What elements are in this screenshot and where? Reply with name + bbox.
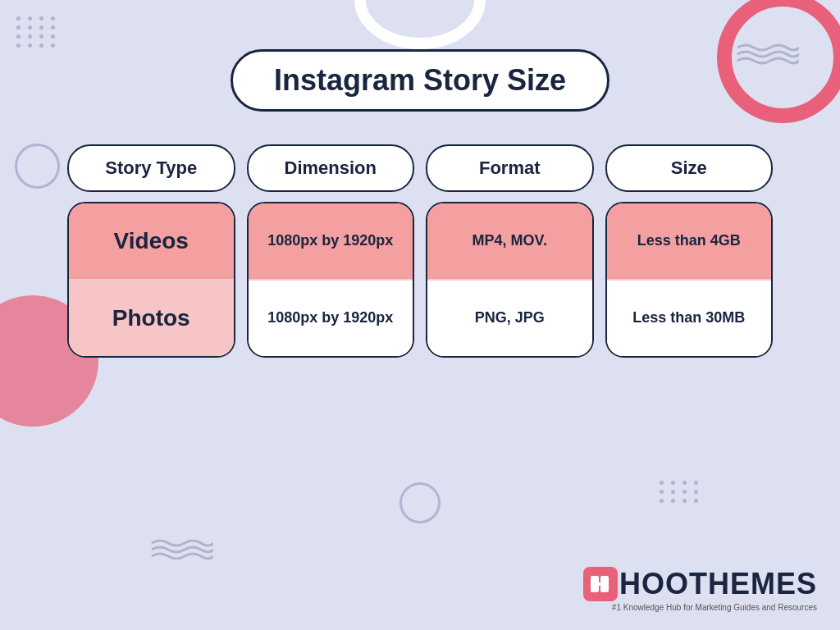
header-story-type: Story Type (67, 144, 235, 192)
header-format: Format (426, 144, 594, 192)
logo-area: HOOTHEMES #1 Knowledge Hub for Marketing… (583, 567, 817, 612)
cell-videos-story-type: Videos (69, 203, 234, 281)
cell-videos-dimension: 1080px by 1920px (249, 203, 413, 281)
page-title-box: Instagram Story Size (231, 49, 609, 112)
data-table: Story Type Dimension Format Size Videos … (67, 144, 773, 358)
cell-videos-format: MP4, MOV. (427, 203, 592, 281)
table-header-row: Story Type Dimension Format Size (67, 144, 773, 192)
cell-photos-size: Less than 30MB (607, 281, 772, 356)
svg-rect-2 (591, 582, 609, 586)
table-body: Videos Photos 1080px by 1920px 1080px by… (67, 202, 773, 358)
cell-photos-story-type: Photos (69, 281, 234, 356)
cell-photos-format: PNG, JPG (427, 281, 592, 356)
page-title: Instagram Story Size (274, 63, 566, 98)
logo-icon (583, 567, 618, 601)
cell-videos-size: Less than 4GB (607, 203, 772, 281)
logo: HOOTHEMES (583, 567, 817, 601)
logo-tagline: #1 Knowledge Hub for Marketing Guides an… (612, 603, 817, 612)
column-dimension: 1080px by 1920px 1080px by 1920px (247, 202, 415, 358)
header-size: Size (605, 144, 774, 192)
column-format: MP4, MOV. PNG, JPG (426, 202, 594, 358)
logo-text: HOOTHEMES (619, 567, 817, 601)
cell-photos-dimension: 1080px by 1920px (249, 281, 413, 356)
column-size: Less than 4GB Less than 30MB (605, 202, 774, 358)
column-story-type: Videos Photos (67, 202, 235, 358)
header-dimension: Dimension (247, 144, 415, 192)
main-content: Instagram Story Size Story Type Dimensio… (0, 0, 840, 630)
